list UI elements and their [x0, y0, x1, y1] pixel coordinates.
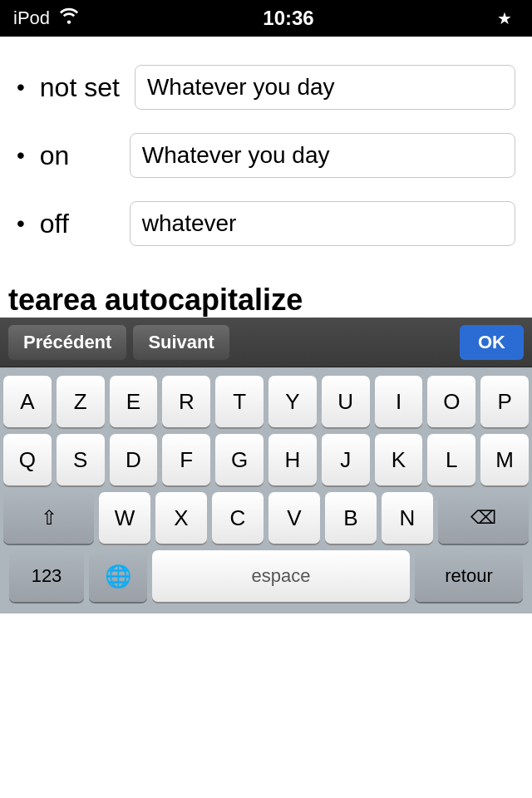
key-row-1: A Z E R T Y U I O P	[3, 376, 529, 427]
key-k[interactable]: K	[375, 434, 423, 485]
form-row-on: • on	[0, 121, 532, 190]
key-m[interactable]: M	[480, 434, 529, 485]
form-row-off: • off	[0, 190, 532, 258]
content-area: • not set • on • off tearea autocapitali…	[0, 37, 532, 318]
key-row-2: Q S D F G H J K L M	[3, 434, 529, 485]
keyboard: A Z E R T Y U I O P Q S D F G H J K L M …	[0, 367, 532, 613]
key-p[interactable]: P	[480, 376, 529, 427]
key-t[interactable]: T	[215, 376, 264, 427]
space-key[interactable]: espace	[152, 550, 410, 602]
key-x[interactable]: X	[155, 492, 207, 544]
key-row-4: 123 🌐 espace retour	[3, 550, 529, 602]
globe-icon: 🌐	[105, 564, 131, 589]
key-s[interactable]: S	[57, 434, 105, 485]
backspace-icon: ⌫	[470, 507, 496, 529]
key-i[interactable]: I	[375, 376, 423, 427]
numbers-key[interactable]: 123	[9, 550, 84, 602]
key-a[interactable]: A	[3, 376, 52, 427]
key-g[interactable]: G	[215, 434, 264, 485]
label-on: on	[40, 140, 115, 171]
device-label: iPod	[13, 7, 50, 29]
key-b[interactable]: B	[325, 492, 377, 544]
key-c[interactable]: C	[212, 492, 264, 544]
input-not-set[interactable]	[135, 65, 515, 110]
prev-button[interactable]: Précédent	[8, 325, 126, 360]
ok-button[interactable]: OK	[460, 325, 524, 360]
key-o[interactable]: O	[427, 376, 475, 427]
key-f[interactable]: F	[162, 434, 210, 485]
key-row-3: ⇧ W X C V B N ⌫	[3, 492, 529, 544]
key-q[interactable]: Q	[3, 434, 52, 485]
label-not-set: not set	[40, 72, 120, 103]
status-right: ★	[497, 7, 519, 29]
status-bar: iPod 10:36 ★	[0, 0, 532, 37]
section-title: tearea autocapitalize	[0, 258, 532, 318]
key-h[interactable]: H	[268, 434, 317, 485]
key-j[interactable]: J	[322, 434, 370, 485]
bullet-off: •	[17, 212, 25, 235]
key-v[interactable]: V	[268, 492, 320, 544]
key-r[interactable]: R	[162, 376, 210, 427]
key-u[interactable]: U	[322, 376, 370, 427]
key-d[interactable]: D	[110, 434, 158, 485]
bullet-on: •	[17, 144, 25, 167]
label-off: off	[40, 209, 115, 239]
return-key[interactable]: retour	[415, 550, 523, 602]
time-display: 10:36	[263, 7, 313, 30]
bluetooth-icon: ★	[497, 8, 512, 28]
bullet-not-set: •	[17, 76, 25, 99]
next-button[interactable]: Suivant	[133, 325, 229, 360]
input-on[interactable]	[130, 133, 515, 178]
key-y[interactable]: Y	[268, 376, 317, 427]
shift-icon: ⇧	[41, 506, 57, 530]
key-l[interactable]: L	[427, 434, 475, 485]
key-n[interactable]: N	[382, 492, 433, 544]
wifi-icon	[58, 7, 80, 29]
keyboard-toolbar: Précédent Suivant OK	[0, 318, 532, 367]
globe-key[interactable]: 🌐	[89, 550, 147, 602]
backspace-key[interactable]: ⌫	[438, 492, 529, 544]
key-w[interactable]: W	[99, 492, 150, 544]
form-row-not-set: • not set	[0, 53, 532, 121]
shift-key[interactable]: ⇧	[3, 492, 94, 544]
key-e[interactable]: E	[110, 376, 158, 427]
input-off[interactable]	[130, 201, 515, 246]
key-z[interactable]: Z	[57, 376, 105, 427]
status-left: iPod	[13, 7, 80, 29]
